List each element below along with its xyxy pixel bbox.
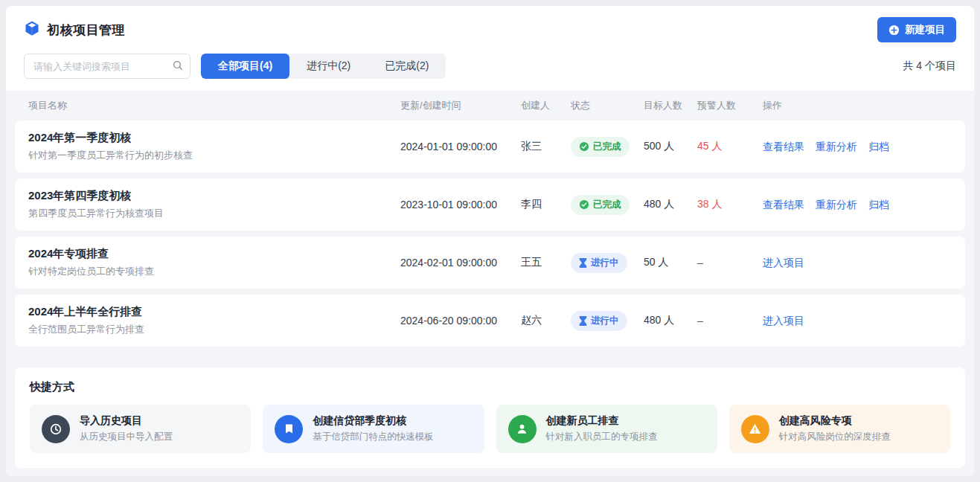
project-time: 2024-02-01 09:00:00 <box>400 257 521 269</box>
shortcut-card[interactable]: 创建高风险专项 针对高风险岗位的深度排查 <box>729 405 950 453</box>
col-target: 目标人数 <box>644 99 697 112</box>
project-creator: 王五 <box>521 256 571 269</box>
project-desc: 针对第一季度员工异常行为的初步核查 <box>28 149 400 162</box>
search-input[interactable] <box>24 54 190 79</box>
status-cell: 已完成 <box>571 195 644 215</box>
project-title: 2024年专项排查 <box>28 247 400 261</box>
project-desc: 针对特定岗位员工的专项排查 <box>28 265 400 278</box>
shortcut-text: 创建高风险专项 针对高风险岗位的深度排查 <box>779 414 891 443</box>
project-time: 2023-10-01 09:00:00 <box>400 199 521 211</box>
col-time: 更新/创建时间 <box>400 99 521 112</box>
col-status: 状态 <box>571 99 644 112</box>
shortcut-text: 导入历史项目 从历史项目中导入配置 <box>80 414 173 443</box>
check-circle-icon <box>579 141 589 152</box>
shortcut-desc: 针对新入职员工的专项排查 <box>546 431 658 443</box>
project-title: 2024年第一季度初核 <box>28 131 400 145</box>
filter-tab[interactable]: 全部项目(4) <box>201 54 289 79</box>
project-desc: 全行范围员工异常行为排查 <box>28 323 400 336</box>
title-wrap: 初核项目管理 <box>24 20 125 39</box>
status-cell: 已完成 <box>571 137 644 157</box>
col-actions: 操作 <box>763 99 952 112</box>
shortcut-card[interactable]: 创建信贷部季度初核 基于信贷部门特点的快速模板 <box>263 405 484 453</box>
search-box <box>24 54 190 79</box>
total-count: 共 4 个项目 <box>903 60 956 73</box>
warning-count: 38 人 <box>697 198 763 211</box>
status-badge: 已完成 <box>571 195 630 215</box>
status-badge: 已完成 <box>571 137 630 157</box>
project-creator: 李四 <box>521 198 571 211</box>
shortcut-text: 创建新员工排查 针对新入职员工的专项排查 <box>546 414 658 443</box>
status-label: 进行中 <box>591 315 619 327</box>
shortcut-icon-circle <box>741 415 769 443</box>
hourglass-icon <box>579 316 587 326</box>
new-project-button[interactable]: 新建项目 <box>877 17 956 42</box>
project-name-cell: 2024年第一季度初核 针对第一季度员工异常行为的初步核查 <box>28 131 400 162</box>
row-actions: 进入项目 <box>763 314 952 328</box>
clock-icon <box>49 422 63 436</box>
project-time: 2024-01-01 09:00:00 <box>400 141 521 152</box>
action-link[interactable]: 归档 <box>868 199 889 211</box>
col-creator: 创建人 <box>521 99 571 112</box>
target-count: 500 人 <box>644 140 697 153</box>
row-actions: 查看结果重新分析归档 <box>763 140 952 154</box>
project-time: 2024-06-20 09:00:00 <box>400 315 521 327</box>
action-link[interactable]: 查看结果 <box>763 199 804 211</box>
hourglass-icon <box>579 258 587 268</box>
shortcut-card[interactable]: 导入历史项目 从历史项目中导入配置 <box>30 405 251 453</box>
status-cell: 进行中 <box>571 253 644 273</box>
project-table: 项目名称 更新/创建时间 创建人 状态 目标人数 预警人数 操作 2024年第一… <box>6 91 974 476</box>
shortcut-title: 创建高风险专项 <box>779 414 891 428</box>
filter-tab[interactable]: 进行中(2) <box>289 54 368 79</box>
action-link[interactable]: 重新分析 <box>816 141 857 152</box>
warning-icon <box>749 422 761 435</box>
plus-circle-icon <box>888 25 900 36</box>
table-row: 2023年第四季度初核 第四季度员工异常行为核查项目 2023-10-01 09… <box>15 179 965 231</box>
table-row: 2024年上半年全行排查 全行范围员工异常行为排查 2024-06-20 09:… <box>15 295 965 347</box>
page-title: 初核项目管理 <box>47 22 125 39</box>
filter-tabs: 全部项目(4) 进行中(2) 已完成(2) <box>201 54 446 79</box>
check-circle-icon <box>579 199 589 210</box>
table-row: 2024年专项排查 针对特定岗位员工的专项排查 2024-02-01 09:00… <box>15 237 965 289</box>
action-link[interactable]: 进入项目 <box>763 257 804 269</box>
shortcut-title: 导入历史项目 <box>80 414 173 428</box>
shortcut-list: 导入历史项目 从历史项目中导入配置 <box>30 405 950 453</box>
project-name-cell: 2024年上半年全行排查 全行范围员工异常行为排查 <box>28 305 400 336</box>
shortcut-card[interactable]: 创建新员工排查 针对新入职员工的专项排查 <box>496 405 717 453</box>
warning-count: 45 人 <box>697 140 763 153</box>
bookmark-icon <box>284 423 295 434</box>
status-label: 已完成 <box>593 141 621 153</box>
action-link[interactable]: 进入项目 <box>763 315 804 327</box>
search-icon[interactable] <box>173 60 183 74</box>
row-actions: 查看结果重新分析归档 <box>763 198 952 212</box>
cube-icon <box>24 20 40 39</box>
project-creator: 张三 <box>521 140 571 153</box>
shortcuts-title: 快捷方式 <box>30 380 950 394</box>
project-name-cell: 2023年第四季度初核 第四季度员工异常行为核查项目 <box>28 189 400 220</box>
shortcut-title: 创建信贷部季度初核 <box>313 414 434 428</box>
filter-tab[interactable]: 已完成(2) <box>368 54 446 79</box>
col-name: 项目名称 <box>28 99 400 112</box>
shortcut-desc: 基于信贷部门特点的快速模板 <box>313 431 434 443</box>
warning-count: – <box>697 315 763 327</box>
row-actions: 进入项目 <box>763 256 952 270</box>
status-cell: 进行中 <box>571 311 644 331</box>
shortcut-icon-circle <box>42 415 70 443</box>
target-count: 50 人 <box>644 256 697 269</box>
action-link[interactable]: 重新分析 <box>816 199 857 211</box>
shortcuts-section: 快捷方式 <box>15 367 965 468</box>
status-label: 已完成 <box>593 199 621 211</box>
shortcut-title: 创建新员工排查 <box>546 414 658 428</box>
shortcut-desc: 从历史项目中导入配置 <box>80 431 173 443</box>
target-count: 480 人 <box>644 198 697 211</box>
project-title: 2023年第四季度初核 <box>28 189 400 203</box>
status-badge: 进行中 <box>571 253 627 273</box>
page-header: 初核项目管理 新建项目 <box>6 6 974 49</box>
action-link[interactable]: 归档 <box>868 141 889 152</box>
shortcut-icon-circle <box>508 415 537 443</box>
shortcut-text: 创建信贷部季度初核 基于信贷部门特点的快速模板 <box>313 414 434 443</box>
col-warning: 预警人数 <box>697 99 763 112</box>
target-count: 480 人 <box>644 314 697 327</box>
action-link[interactable]: 查看结果 <box>763 141 804 152</box>
warning-count: – <box>697 257 763 269</box>
project-title: 2024年上半年全行排查 <box>28 305 400 319</box>
